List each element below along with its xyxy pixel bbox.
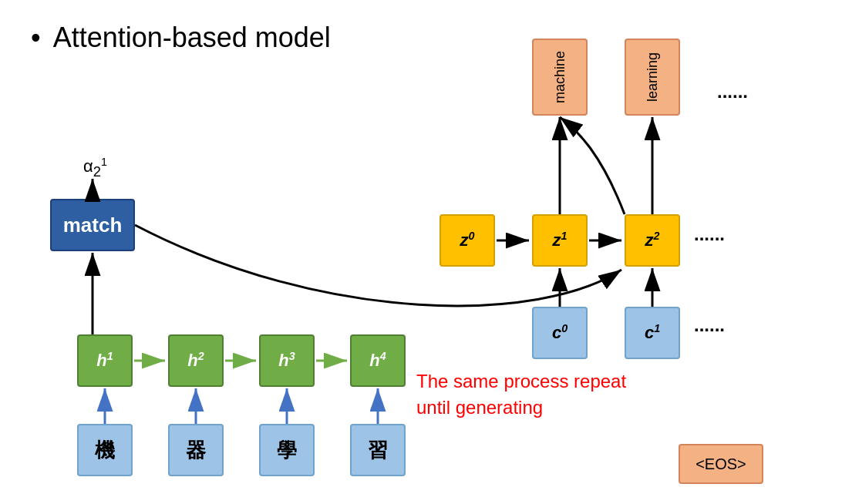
dots-z: ...... [694, 223, 725, 245]
char2-box: 器 [168, 424, 224, 476]
h1-label: h1 [96, 350, 113, 371]
repeat-text-content: The same process repeatuntil generating [416, 371, 626, 418]
c1-box: c1 [625, 307, 680, 359]
z1-label: z1 [553, 230, 568, 250]
h1-box: h1 [77, 334, 133, 387]
learning-label: learning [645, 52, 661, 102]
char3-box: 學 [259, 424, 315, 476]
machine-box: machine [532, 39, 588, 116]
machine-label: machine [552, 51, 568, 103]
char4-label: 習 [368, 437, 388, 464]
slide-title: • Attention-based model [31, 22, 331, 54]
alpha-label: α21 [83, 156, 107, 180]
z1-box: z1 [532, 214, 588, 267]
char2-label: 器 [186, 437, 206, 464]
bullet: • [31, 22, 41, 53]
h2-label: h2 [187, 350, 204, 371]
repeat-text: The same process repeatuntil generating [416, 368, 626, 420]
char4-box: 習 [350, 424, 406, 476]
z2-label: z2 [645, 230, 660, 250]
match-box: match [50, 199, 135, 251]
c0-label: c0 [552, 322, 568, 343]
title-text: Attention-based model [53, 22, 331, 53]
z0-box: z0 [440, 214, 495, 267]
match-label: match [63, 213, 123, 237]
char1-box: 機 [77, 424, 133, 476]
c1-label: c1 [645, 322, 660, 343]
z0-label: z0 [460, 230, 475, 250]
char3-label: 學 [277, 437, 297, 464]
h2-box: h2 [168, 334, 224, 387]
slide: • Attention-based model α21 match h1 h2 … [0, 0, 842, 504]
z2-box: z2 [625, 214, 680, 267]
eos-box: <EOS> [679, 444, 763, 484]
h3-label: h3 [278, 350, 295, 371]
h3-box: h3 [259, 334, 315, 387]
char1-label: 機 [95, 437, 115, 464]
dots-c: ...... [694, 314, 725, 336]
c0-box: c0 [532, 307, 588, 359]
dots-word: ...... [717, 81, 748, 102]
learning-box: learning [625, 39, 680, 116]
h4-box: h4 [350, 334, 406, 387]
h4-label: h4 [369, 350, 386, 371]
eos-label: <EOS> [695, 455, 746, 473]
